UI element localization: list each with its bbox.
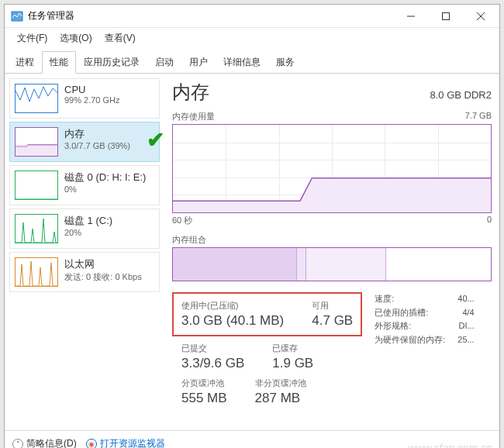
fewer-details-button[interactable]: ˄ 简略信息(D) <box>12 437 77 448</box>
tab-details[interactable]: 详细信息 <box>216 51 268 74</box>
app-icon <box>11 10 23 22</box>
menubar: 文件(F) 选项(O) 查看(V) <box>5 28 499 49</box>
task-manager-window: 任务管理器 文件(F) 选项(O) 查看(V) 进程 性能 应用历史记录 启动 … <box>4 4 500 448</box>
svg-marker-7 <box>173 178 491 212</box>
ethernet-thumb-icon <box>15 257 58 287</box>
avail-value: 4.7 GB <box>312 313 353 329</box>
sidebar-disk1-sub: 20% <box>64 228 112 237</box>
checkmark-icon: ✔ <box>147 127 164 153</box>
chart-label: 内存使用量 <box>172 111 215 122</box>
cached-label: 已缓存 <box>272 343 313 354</box>
paged-label: 分页缓冲池 <box>181 377 227 389</box>
menu-options[interactable]: 选项(O) <box>54 29 98 47</box>
commit-label: 已提交 <box>181 343 244 354</box>
tab-users[interactable]: 用户 <box>181 51 216 74</box>
memory-thumb-icon <box>15 127 58 157</box>
sidebar-cpu-title: CPU <box>64 84 120 95</box>
sidebar-item-memory[interactable]: 内存3.0/7.7 GB (39%) <box>9 122 160 162</box>
in-use-label: 使用中(已压缩) <box>181 300 284 312</box>
resource-monitor-link[interactable]: ◉ 打开资源监视器 <box>86 437 165 448</box>
chevron-up-icon: ˄ <box>12 439 23 449</box>
nonpaged-label: 非分页缓冲池 <box>255 377 306 389</box>
maximize-button[interactable] <box>428 5 463 27</box>
page-title: 内存 <box>172 80 209 105</box>
memory-spec: 8.0 GB DDR2 <box>430 89 492 101</box>
sidebar-item-disk0[interactable]: 磁盘 0 (D: H: I: E:)0% <box>9 165 160 205</box>
highlighted-stats: 使用中(已压缩)3.0 GB (40.1 MB) 可用4.7 GB <box>172 292 362 336</box>
titlebar: 任务管理器 <box>5 5 499 28</box>
axis-left: 60 秒 <box>172 215 192 226</box>
hardware-stats: 速度:40... 已使用的插槽:4/4 外形规格:DI... 为硬件保留的内存:… <box>375 292 474 406</box>
sidebar-item-disk1[interactable]: 磁盘 1 (C:)20% <box>9 208 160 249</box>
disk1-thumb-icon <box>15 214 58 243</box>
tabs: 进程 性能 应用历史记录 启动 用户 详细信息 服务 <box>5 50 499 74</box>
sidebar-mem-title: 内存 <box>64 127 130 141</box>
nonpaged-value: 287 MB <box>255 391 306 406</box>
minimize-button[interactable] <box>393 5 428 27</box>
sidebar-mem-sub: 3.0/7.7 GB (39%) <box>64 141 130 150</box>
sidebar-disk0-sub: 0% <box>64 184 146 194</box>
paged-value: 555 MB <box>181 391 227 406</box>
tab-performance[interactable]: 性能 <box>42 51 76 74</box>
memory-usage-chart <box>172 124 492 213</box>
watermark: www.cfan.com.cn <box>408 442 492 448</box>
window-title: 任务管理器 <box>28 9 393 22</box>
resmon-icon: ◉ <box>86 439 97 449</box>
sidebar: CPU99% 2.70 GHz 内存3.0/7.7 GB (39%) ✔ 磁盘 … <box>5 74 160 430</box>
commit-value: 3.3/9.6 GB <box>181 356 244 371</box>
sidebar-disk0-title: 磁盘 0 (D: H: I: E:) <box>64 171 146 184</box>
tab-processes[interactable]: 进程 <box>8 51 42 74</box>
menu-view[interactable]: 查看(V) <box>98 29 142 47</box>
svg-rect-2 <box>442 12 449 19</box>
sidebar-item-cpu[interactable]: CPU99% 2.70 GHz <box>9 78 160 119</box>
sidebar-disk1-title: 磁盘 1 (C:) <box>64 214 112 228</box>
avail-label: 可用 <box>312 300 353 312</box>
axis-right: 0 <box>487 215 492 226</box>
sidebar-item-ethernet[interactable]: 以太网发送: 0 接收: 0 Kbps <box>9 252 160 292</box>
cpu-thumb-icon <box>15 84 58 113</box>
tab-startup[interactable]: 启动 <box>147 51 181 74</box>
close-button[interactable] <box>463 5 498 27</box>
sidebar-cpu-sub: 99% 2.70 GHz <box>64 95 120 105</box>
cached-value: 1.9 GB <box>272 356 313 371</box>
menu-file[interactable]: 文件(F) <box>11 29 54 47</box>
tab-history[interactable]: 应用历史记录 <box>76 51 147 74</box>
chart-max: 7.7 GB <box>465 111 492 122</box>
disk0-thumb-icon <box>15 171 58 200</box>
in-use-value: 3.0 GB (40.1 MB) <box>181 313 284 329</box>
tab-services[interactable]: 服务 <box>268 51 302 74</box>
sidebar-eth-title: 以太网 <box>64 257 142 271</box>
main-panel: 内存 8.0 GB DDR2 内存使用量7.7 GB 60 秒0 内存组合 <box>160 74 499 430</box>
sidebar-eth-sub: 发送: 0 接收: 0 Kbps <box>64 271 142 283</box>
memory-composition-chart <box>172 247 492 281</box>
svg-rect-5 <box>16 145 58 157</box>
composition-label: 内存组合 <box>172 234 492 246</box>
